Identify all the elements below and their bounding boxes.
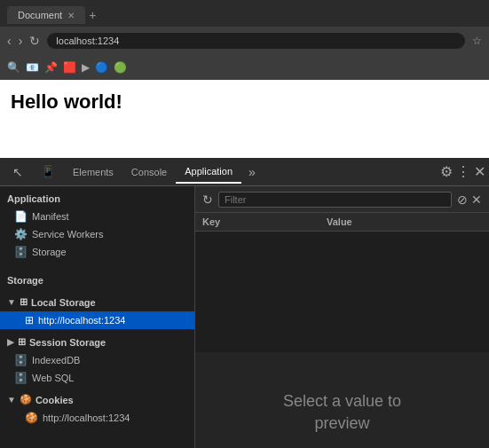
sidebar-item-cookies-localhost[interactable]: 🍪 http://localhost:1234 [0,409,194,427]
tab-title: Document [18,10,62,20]
page-content: Hello world! [0,80,489,158]
tab-more-icon[interactable]: » [241,160,263,185]
bookmark-icon[interactable]: ☆ [472,35,482,47]
devtools-close-button[interactable]: ✕ [474,163,485,180]
indexed-db-label: IndexedDB [32,355,80,365]
cookies-item-icon: 🍪 [25,412,38,424]
local-storage-arrow: ▼ [7,297,16,307]
preview-text: Select a value topreview [283,390,401,435]
sidebar-item-web-sql[interactable]: 🗄️ Web SQL [0,369,194,387]
address-bar: ‹ › ↻ ☆ [0,27,489,55]
session-storage-arrow: ▶ [7,337,14,347]
sidebar-section-storage: Storage [0,268,194,289]
filter-clear-button[interactable]: ⊘ [457,193,468,207]
main-panel: ↻ ⊘ ✕ Key Value Select a value topreview [195,186,489,448]
sidebar-item-service-workers-label: Service Workers [32,229,103,240]
back-button[interactable]: ‹ [7,34,12,48]
sidebar-item-storage-label: Storage [32,247,67,257]
web-sql-icon: 🗄️ [14,372,28,384]
cookies-icon: 🍪 [20,394,32,405]
sidebar-item-storage[interactable]: 🗄️ Storage [0,243,194,261]
ext-icon-1: 🔍 [7,61,20,74]
sidebar-item-service-workers[interactable]: ⚙️ Service Workers [0,225,194,243]
tab-bar: Document ✕ + [0,0,489,27]
ext-icon-7: 🟢 [114,61,127,74]
refresh-button[interactable]: ↻ [202,193,213,207]
storage-icon: 🗄️ [14,246,28,258]
local-storage-item-icon: ⊞ [25,314,34,326]
web-sql-label: Web SQL [32,373,75,383]
extensions-toolbar: 🔍 📧 📌 🟥 ▶ 🔵 🟢 [0,55,489,80]
local-storage-item-label: http://localhost:1234 [38,315,125,326]
ext-icon-6: 🔵 [95,61,108,74]
local-storage-label: Local Storage [31,297,96,308]
sidebar-item-manifest-label: Manifest [32,211,69,222]
indexed-db-icon: 🗄️ [14,354,28,366]
sidebar-item-manifest[interactable]: 📄 Manifest [0,208,194,225]
session-storage-group[interactable]: ▶ ⊞ Session Storage [0,329,194,351]
tab-elements[interactable]: Elements [64,161,122,183]
filter-actions: ⊘ ✕ [457,193,482,207]
devtools-tab-bar: ↖ 📱 Elements Console Application » ⚙ ⋮ ✕ [0,158,489,186]
cookies-arrow: ▼ [7,395,16,405]
table-header: Key Value [195,213,489,232]
ext-icon-3: 📌 [44,61,58,74]
ext-icon-2: 📧 [26,61,39,74]
local-storage-group[interactable]: ▼ ⊞ Local Storage [0,289,194,311]
tab-close-icon[interactable]: ✕ [67,11,75,20]
devtools-settings-button[interactable]: ⚙ [440,163,453,180]
cookies-label: Cookies [35,395,74,405]
filter-bar: ↻ ⊘ ✕ [195,186,489,213]
forward-button[interactable]: › [19,34,23,48]
devtools-body: Application 📄 Manifest ⚙️ Service Worker… [0,186,489,448]
reload-button[interactable]: ↻ [29,34,40,48]
ext-icon-5: ▶ [82,61,90,74]
cookies-item-label: http://localhost:1234 [43,413,130,423]
new-tab-button[interactable]: + [89,8,96,22]
cookies-group[interactable]: ▼ 🍪 Cookies [0,387,194,409]
browser-tab[interactable]: Document ✕ [7,6,85,24]
devtools-more-button[interactable]: ⋮ [456,163,470,180]
table-header-key: Key [202,216,327,227]
manifest-icon: 📄 [14,210,28,223]
service-workers-icon: ⚙️ [14,228,28,240]
address-input[interactable] [47,33,465,49]
sidebar: Application 📄 Manifest ⚙️ Service Worker… [0,186,195,448]
devtools-mobile-icon[interactable]: 📱 [32,160,64,184]
session-storage-label: Session Storage [29,337,106,348]
filter-delete-button[interactable]: ✕ [471,193,482,207]
tab-application[interactable]: Application [176,161,241,184]
table-body [195,232,489,352]
sidebar-item-indexed-db[interactable]: 🗄️ IndexedDB [0,351,194,369]
local-storage-icon: ⊞ [20,296,28,308]
session-storage-icon: ⊞ [18,336,26,348]
devtools-panel: ↖ 📱 Elements Console Application » ⚙ ⋮ ✕… [0,158,489,448]
table-header-value: Value [327,216,482,227]
sidebar-item-local-storage-localhost[interactable]: ⊞ http://localhost:1234 [0,311,194,329]
filter-input[interactable] [218,192,452,208]
page-title: Hello world! [11,90,478,114]
toolbar-icons: ☆ [472,35,482,47]
devtools-cursor-icon[interactable]: ↖ [4,160,32,185]
tab-console[interactable]: Console [122,161,176,183]
sidebar-section-application: Application [0,186,194,208]
preview-area: Select a value topreview [195,352,489,448]
ext-icon-4: 🟥 [63,61,76,74]
devtools-actions: ⚙ ⋮ ✕ [440,163,485,180]
